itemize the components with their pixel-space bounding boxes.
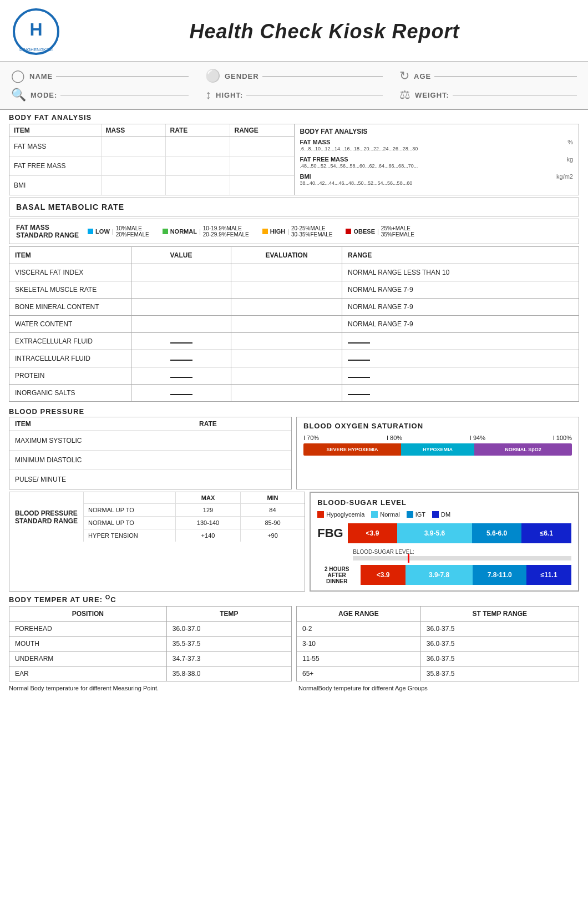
temp-c: C (110, 595, 116, 604)
range-3-10: 36.0-37.5 (420, 637, 579, 651)
bfa-right-title: BODY FAT ANALYSIS (300, 128, 574, 135)
bo-normal-label: NORMAL SpO2 (505, 447, 541, 452)
patient-row-2: 🔍 MODE: ↕ HIGHT: ⚖ WEIGHT: (11, 85, 577, 104)
after-dinner-label: 2 HOURSAFTER DINNER (317, 566, 356, 584)
comp-row-wc: WATER CONTENT NORMAL RANGE 7-9 (9, 316, 579, 333)
comp-col-range: RANGE (342, 247, 579, 264)
range-obese: OBESE | 25%+MALE35%FEMALE (346, 225, 414, 238)
temp-age-0-2: 0-2 36.0-37.5 (297, 622, 579, 637)
weight-input-line (453, 95, 577, 95)
smr-item: SKELETAL MUSCLE RATE (9, 281, 131, 299)
patient-info: ◯ NAME ⚪ GENDER ↻ AGE 🔍 MODE: ↕ HIGHT: ⚖… (0, 62, 588, 110)
bp-std-row2: NORMAL UP TO 130-140 85-90 (84, 517, 305, 529)
comp-row-smr: SKELETAL MUSCLE RATE NORMAL RANGE 7-9 (9, 281, 579, 299)
range-normal: NORMAL | 10-19.9%MALE20-29.9%FEMALE (163, 225, 249, 238)
bo-title: BLOOD OXYGEN SATURATION (303, 422, 572, 430)
mode-input-line (60, 95, 189, 95)
temp-age-65plus: 65+ 35.8-37.5 (297, 666, 579, 681)
bp-section: ITEM RATE MAXIMUM SYSTOLIC MINIMUM DIAST… (9, 417, 579, 489)
temp-pos-header: POSITION (9, 607, 167, 622)
comp-row-icf: INTRACELLULAR FLUID (9, 350, 579, 367)
mode-icon: 🔍 (11, 88, 26, 102)
bp-col-rate: RATE (194, 417, 291, 431)
comp-row-inorganic: INORGANIC SALTS (9, 385, 579, 402)
temp-title: BODY TEMPER AT URE: OC (9, 594, 579, 604)
vfi-value (131, 264, 231, 281)
bp-systolic-item: MAXIMUM SYSTOLIC (9, 431, 194, 450)
smr-eval (231, 281, 342, 299)
bp-std-r3-max: +140 (175, 529, 240, 542)
temp-title-text: BODY TEMPER AT URE: (9, 595, 103, 604)
mode-label: MODE: (31, 91, 57, 99)
height-field: ↕ HIGHT: (205, 88, 383, 102)
legend-normal-dot (371, 511, 378, 518)
fbg-seg-normal: 3.9-5.6 (397, 523, 472, 543)
wc-value (131, 316, 231, 333)
age-icon: ↻ (399, 69, 409, 83)
fbg-seg-igt: 5.6-6.0 (472, 523, 522, 543)
bp-std-title: BLOOD PRESSURESTANDARD RANGE (9, 492, 84, 542)
bfa-row-fat-free-mass: FAT FREE MASS (9, 156, 294, 176)
high-dot (262, 229, 268, 234)
bp-row-diastolic: MINIMUM DIASTOLIC (9, 451, 291, 470)
temp-temp-header: TEMP (166, 607, 291, 622)
range-high: HIGH | 20-25%MALE30-35%FEMALE (262, 225, 333, 238)
temp-age-3-10: 3-10 36.0-37.5 (297, 637, 579, 651)
temp-note-1: Normal Body temperature for different Me… (9, 685, 290, 691)
icf-item: INTRACELLULAR FLUID (9, 350, 131, 367)
bmc-eval (231, 299, 342, 316)
bmr-title: BASAL METABOLIC RATE (16, 203, 124, 211)
weight-icon: ⚖ (399, 88, 410, 102)
bp-std-inner: BLOOD PRESSURESTANDARD RANGE MAX MIN NOR… (9, 492, 305, 542)
wc-eval (231, 316, 342, 333)
inorganic-value (131, 385, 231, 402)
bfa-col-item: ITEM (9, 124, 102, 137)
fbg-label: FBG (317, 523, 343, 543)
comp-col-value: VALUE (131, 247, 231, 264)
bfa-col-rate: RATE (166, 124, 230, 137)
smr-value (131, 281, 231, 299)
temp-notes: Normal Body temperature for different Me… (9, 685, 579, 691)
protein-range (342, 367, 579, 385)
svg-text:H: H (29, 19, 42, 39)
protein-item: PROTEIN (9, 367, 131, 385)
weight-field: ⚖ WEIGHT: (399, 88, 577, 102)
bfa-bmi-rate (166, 176, 230, 195)
after-seg-normal: 3.9-7.8 (405, 565, 473, 585)
bp-std-r2-max: 130-140 (175, 517, 240, 529)
bfa-right-fat-free: FAT FREE MASS kg .48...50...52...54...56… (300, 156, 574, 169)
temp-tables: POSITION TEMP FOREHEAD 36.0-37.0 MOUTH 3… (9, 606, 579, 681)
bfa-right-bmi-unit: kg/m2 (556, 173, 573, 180)
bo-bar: SEVERE HYPOXEMIA HYPOXEMIA NORMAL SpO2 (303, 443, 572, 456)
high-label: HIGH (270, 228, 286, 235)
age-65plus: 65+ (297, 666, 421, 681)
bfa-col-mass: MASS (102, 124, 166, 137)
bfa-fat-mass-range (230, 137, 294, 156)
bo-hypo-label: HYPOXEMIA (423, 447, 453, 452)
bp-header: ITEM RATE (9, 417, 291, 431)
mouth-pos: MOUTH (9, 637, 167, 651)
bfa-right-ffm-scale: .48...50...52...54...56...58...60...62..… (300, 163, 574, 169)
age-0-2: 0-2 (297, 622, 421, 637)
bfa-row-bmi: BMI (9, 176, 294, 195)
fbg-bar: <3.9 3.9-5.6 5.6-6.0 ≤6.1 (348, 523, 571, 543)
legend-hypo: Hypoglycemia (317, 511, 364, 518)
temp-age-11-55: 11-55 36.0-37.5 (297, 651, 579, 666)
bp-pulse-rate (194, 470, 291, 489)
mode-field: 🔍 MODE: (11, 88, 189, 102)
protein-value (131, 367, 231, 385)
bp-std-row1: NORMAL UP TO 129 84 (84, 504, 305, 517)
temp-position-table: POSITION TEMP FOREHEAD 36.0-37.0 MOUTH 3… (9, 606, 292, 681)
protein-eval (231, 367, 342, 385)
person-icon: ◯ (11, 69, 25, 83)
name-label: NAME (29, 72, 53, 80)
wc-range: NORMAL RANGE 7-9 (342, 316, 579, 333)
bp-std-r3-label: HYPER TENSION (84, 529, 175, 542)
vfi-item: VISCERAL FAT INDEX (9, 264, 131, 281)
ecf-eval (231, 333, 342, 350)
bo-severe-label: SEVERE HYPOXEMIA (326, 447, 378, 452)
bfa-fat-mass-rate (166, 137, 230, 156)
bfa-header: ITEM MASS RATE RANGE (9, 124, 294, 137)
icf-eval (231, 350, 342, 367)
bp-std-row3: HYPER TENSION +140 +90 (84, 529, 305, 542)
